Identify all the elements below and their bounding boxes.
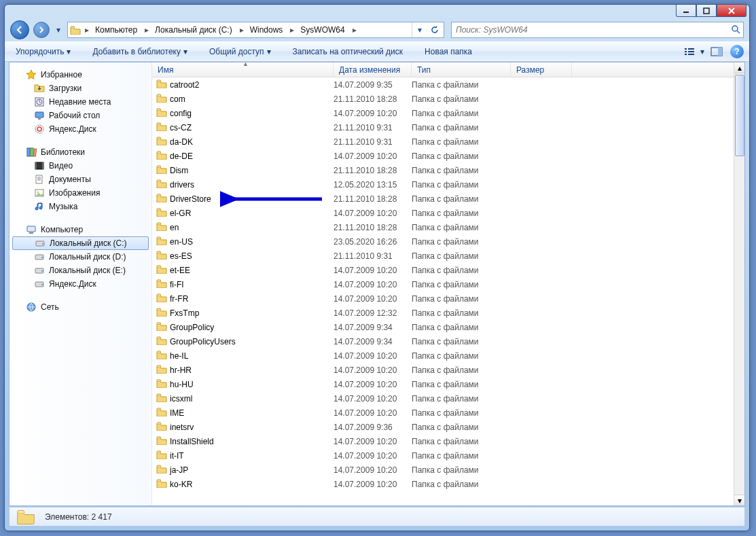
file-row[interactable]: fi-FI14.07.2009 10:20Папка с файлами bbox=[152, 277, 734, 291]
minimize-button[interactable] bbox=[676, 5, 696, 17]
file-row[interactable]: et-EE14.07.2009 10:20Папка с файлами bbox=[152, 263, 734, 277]
file-type: Папка с файлами bbox=[412, 123, 479, 132]
file-row[interactable]: GroupPolicy14.07.2009 9:34Папка с файлам… bbox=[152, 320, 734, 334]
sidebar-item[interactable]: Загрузки bbox=[10, 82, 151, 95]
folder-icon bbox=[156, 450, 167, 461]
file-row[interactable]: hr-HR14.07.2009 10:20Папка с файлами bbox=[152, 363, 734, 377]
chevron-right-icon[interactable]: ▸ bbox=[349, 22, 360, 37]
close-button[interactable] bbox=[717, 5, 746, 17]
file-row[interactable]: ko-KR14.07.2009 10:20Папка с файлами bbox=[152, 477, 734, 491]
file-row[interactable]: DriverStore21.11.2010 18:28Папка с файла… bbox=[152, 192, 734, 206]
chevron-right-icon[interactable]: ▸ bbox=[141, 22, 152, 37]
view-mode-dropdown[interactable]: ▾ bbox=[698, 44, 707, 59]
navigation-pane: ИзбранноеЗагрузкиНедавние местаРабочий с… bbox=[10, 62, 152, 505]
column-type[interactable]: Тип bbox=[412, 62, 511, 77]
command-bar: Упорядочить ▾ Добавить в библиотеку ▾ Об… bbox=[5, 41, 749, 62]
sidebar-group-header[interactable]: Сеть bbox=[10, 300, 151, 314]
vertical-scrollbar[interactable]: ▴ ▾ bbox=[734, 62, 744, 505]
chevron-right-icon[interactable]: ▸ bbox=[287, 22, 298, 37]
file-row[interactable]: icsxml14.07.2009 10:20Папка с файлами bbox=[152, 391, 734, 406]
view-mode-button[interactable] bbox=[681, 44, 698, 59]
file-row[interactable]: drivers12.05.2020 13:15Папка с файлами bbox=[152, 177, 734, 192]
file-row[interactable]: FxsTmp14.07.2009 12:32Папка с файлами bbox=[152, 306, 734, 320]
file-row[interactable]: it-IT14.07.2009 10:20Папка с файлами bbox=[152, 448, 734, 463]
downloads-icon bbox=[34, 83, 45, 94]
sidebar-item-label: Яндекс.Диск bbox=[49, 279, 96, 289]
add-to-library-menu[interactable]: Добавить в библиотеку ▾ bbox=[87, 44, 193, 59]
file-row[interactable]: Dism21.11.2010 18:28Папка с файлами bbox=[152, 163, 734, 177]
folder-icon bbox=[156, 251, 167, 262]
breadcrumb[interactable]: ▸ Компьютер▸Локальный диск (C:)▸Windows▸… bbox=[67, 22, 444, 38]
column-date[interactable]: Дата изменения bbox=[334, 62, 412, 77]
folder-icon bbox=[156, 122, 167, 133]
file-row[interactable]: hu-HU14.07.2009 10:20Папка с файлами bbox=[152, 377, 734, 391]
file-row[interactable]: en21.11.2010 18:28Папка с файлами bbox=[152, 220, 734, 234]
forward-button[interactable] bbox=[33, 22, 50, 38]
folder-icon bbox=[156, 108, 167, 119]
file-row[interactable]: he-IL14.07.2009 10:20Папка с файлами bbox=[152, 349, 734, 363]
help-button[interactable]: ? bbox=[730, 45, 744, 58]
sidebar-item[interactable]: Локальный диск (E:) bbox=[10, 264, 151, 277]
file-row[interactable]: InstallShield14.07.2009 10:20Папка с фай… bbox=[152, 434, 734, 448]
file-row[interactable]: de-DE14.07.2009 10:20Папка с файлами bbox=[152, 149, 734, 163]
breadcrumb-item[interactable]: SysWOW64 bbox=[298, 22, 348, 37]
file-row[interactable]: en-US23.05.2020 16:26Папка с файлами bbox=[152, 234, 734, 249]
file-row[interactable]: inetsrv14.07.2009 9:36Папка с файлами bbox=[152, 420, 734, 434]
history-dropdown[interactable]: ▾ bbox=[54, 23, 63, 37]
file-row[interactable]: el-GR14.07.2009 10:20Папка с файлами bbox=[152, 206, 734, 220]
documents-icon bbox=[34, 174, 45, 185]
sidebar-item[interactable]: Изображения bbox=[10, 186, 151, 200]
chevron-right-icon[interactable]: ▸ bbox=[236, 22, 247, 37]
sidebar-item[interactable]: Рабочий стол bbox=[10, 109, 151, 122]
refresh-button[interactable] bbox=[427, 22, 442, 37]
breadcrumb-item[interactable]: Локальный диск (C:) bbox=[152, 22, 236, 37]
file-row[interactable]: fr-FR14.07.2009 10:20Папка с файлами bbox=[152, 291, 734, 306]
sidebar-group-header[interactable]: Компьютер bbox=[10, 223, 151, 236]
file-type: Папка с файлами bbox=[412, 151, 479, 161]
sidebar-item[interactable]: Локальный диск (C:) bbox=[12, 236, 149, 250]
file-row[interactable]: cs-CZ21.11.2010 9:31Папка с файлами bbox=[152, 120, 734, 135]
file-type: Папка с файлами bbox=[412, 337, 479, 346]
chevron-right-icon[interactable]: ▸ bbox=[82, 22, 92, 37]
scroll-down-button[interactable]: ▾ bbox=[734, 495, 744, 505]
file-row[interactable]: config14.07.2009 10:20Папка с файлами bbox=[152, 106, 734, 120]
sidebar-group-header[interactable]: Избранное bbox=[10, 68, 151, 82]
chevron-down-icon: ▾ bbox=[267, 47, 271, 56]
file-row[interactable]: catroot214.07.2009 9:35Папка с файлами bbox=[152, 77, 734, 92]
search-input[interactable] bbox=[454, 24, 731, 35]
sidebar-item[interactable]: Яндекс.Диск bbox=[10, 122, 151, 136]
file-row[interactable]: com21.11.2010 18:28Папка с файлами bbox=[152, 92, 734, 106]
sidebar-item[interactable]: Музыка bbox=[10, 200, 151, 213]
share-menu[interactable]: Общий доступ ▾ bbox=[204, 44, 276, 59]
file-row[interactable]: ja-JP14.07.2009 10:20Папка с файлами bbox=[152, 463, 734, 477]
file-row[interactable]: es-ES21.11.2010 9:31Папка с файлами bbox=[152, 249, 734, 263]
new-folder-button[interactable]: Новая папка bbox=[419, 44, 478, 59]
column-name[interactable]: Имя ▲ bbox=[152, 62, 334, 77]
drive bbox=[34, 279, 45, 289]
back-button[interactable] bbox=[10, 20, 29, 39]
sidebar-group-header[interactable]: Библиотеки bbox=[10, 145, 151, 159]
search-box[interactable] bbox=[451, 22, 744, 38]
scroll-up-button[interactable]: ▴ bbox=[734, 62, 744, 73]
column-size[interactable]: Размер bbox=[511, 62, 572, 77]
maximize-button[interactable] bbox=[696, 5, 717, 17]
svg-rect-14 bbox=[35, 112, 43, 118]
search-icon[interactable] bbox=[731, 24, 740, 36]
file-row[interactable]: GroupPolicyUsers14.07.2009 9:34Папка с ф… bbox=[152, 334, 734, 349]
file-name: el-GR bbox=[170, 209, 191, 218]
burn-button[interactable]: Записать на оптический диск bbox=[287, 44, 409, 59]
sidebar-item[interactable]: Видео bbox=[10, 159, 151, 173]
file-row[interactable]: da-DK21.11.2010 9:31Папка с файлами bbox=[152, 135, 734, 149]
preview-pane-button[interactable] bbox=[708, 44, 725, 59]
folder-icon bbox=[156, 322, 167, 333]
sidebar-item[interactable]: Локальный диск (D:) bbox=[10, 250, 151, 264]
breadcrumb-dropdown[interactable]: ▾ bbox=[412, 22, 427, 37]
sidebar-item[interactable]: Яндекс.Диск bbox=[10, 277, 151, 291]
sidebar-item[interactable]: Документы bbox=[10, 173, 151, 186]
breadcrumb-item[interactable]: Компьютер bbox=[92, 22, 141, 37]
breadcrumb-item[interactable]: Windows bbox=[247, 22, 287, 37]
scroll-thumb[interactable] bbox=[735, 75, 744, 156]
sidebar-item[interactable]: Недавние места bbox=[10, 95, 151, 109]
file-row[interactable]: IME14.07.2009 10:20Папка с файлами bbox=[152, 406, 734, 420]
organize-menu[interactable]: Упорядочить ▾ bbox=[10, 44, 76, 59]
